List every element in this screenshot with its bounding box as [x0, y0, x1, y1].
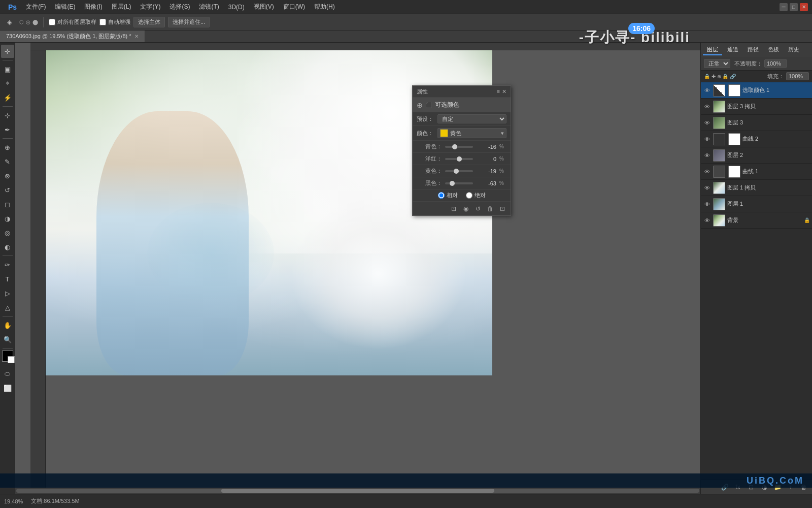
tab-channels[interactable]: 通道 [723, 45, 742, 55]
menu-layer[interactable]: 图层(L) [108, 2, 136, 12]
main-area: ✛ ▣ ⌖ ⚡ ⊹ ✒ ⊕ ✎ ⊗ ↺ ◻ ◑ ◎ ◐ ✑ T ▷ △ ✋ 🔍 … [0, 43, 812, 494]
canvas-area: 属性 ≡ ✕ ⊕ ⬛ 可选颜色 预设： 自定 颜色： [15, 43, 700, 494]
blend-mode-select[interactable]: 正常 [704, 59, 730, 68]
background-color[interactable] [8, 356, 15, 363]
menu-view[interactable]: 视图(V) [250, 2, 278, 12]
absolute-option[interactable]: 绝对 [466, 192, 486, 199]
tool-blur[interactable]: ◎ [1, 226, 14, 239]
prop-close-icon[interactable]: ✕ [502, 88, 506, 95]
tab-layers[interactable]: 图层 [703, 45, 722, 55]
opacity-input[interactable] [764, 59, 787, 68]
menu-window[interactable]: 窗口(W) [279, 2, 309, 12]
time-badge: 16:06 [628, 23, 655, 34]
layer-eye-3copy[interactable]: 👁 [703, 103, 711, 111]
close-button[interactable]: ✕ [800, 3, 808, 11]
fill-input[interactable] [786, 72, 809, 80]
tool-path-select[interactable]: ▷ [1, 287, 14, 300]
menu-help[interactable]: 帮助(H) [310, 2, 339, 12]
horizontal-scrollbar[interactable] [15, 488, 700, 494]
tool-lasso[interactable]: ⌖ [1, 77, 14, 90]
layer-item-2[interactable]: 👁 图层 2 [701, 147, 812, 164]
layer-item-1[interactable]: 👁 图层 1 [701, 196, 812, 212]
menu-image[interactable]: 图像(I) [80, 2, 106, 12]
doc-size: 文档:86.1M/533.5M [31, 497, 79, 505]
tool-shape[interactable]: △ [1, 301, 14, 314]
expand-btn[interactable]: ⊡ [497, 204, 507, 214]
toolbar-tool-select[interactable]: ◈ [3, 16, 16, 29]
reset-btn[interactable]: ↺ [473, 204, 483, 214]
layer-eye-1[interactable]: 👁 [703, 200, 711, 208]
layer-eye-3[interactable]: 👁 [703, 119, 711, 127]
menu-filter[interactable]: 滤镜(T) [195, 2, 223, 12]
layer-eye-curves1[interactable]: 👁 [703, 168, 711, 176]
layer-eye-background[interactable]: 👁 [703, 216, 711, 225]
tool-eyedropper[interactable]: ✒ [1, 123, 14, 136]
tool-pen[interactable]: ✑ [1, 258, 14, 271]
cyan-thumb[interactable] [452, 144, 457, 149]
menu-3d[interactable]: 3D(D) [224, 3, 249, 12]
auto-enhance-check[interactable]: 自动增强 [99, 18, 130, 26]
menu-edit[interactable]: 编辑(E) [51, 2, 79, 12]
tool-healing[interactable]: ⊕ [1, 141, 14, 154]
select-subject-button[interactable]: 选择主体 [133, 17, 165, 27]
layer-item-selective-color[interactable]: 👁 选取颜色 1 [701, 82, 812, 99]
minimize-button[interactable]: ─ [780, 3, 788, 11]
yellow-thumb[interactable] [454, 169, 459, 174]
preset-select[interactable]: 自定 [437, 114, 506, 123]
yellow-slider[interactable] [445, 170, 473, 172]
tool-marquee[interactable]: ▣ [1, 62, 14, 76]
visibility-btn[interactable]: ◉ [461, 204, 471, 214]
tool-brush[interactable]: ✎ [1, 155, 14, 168]
layer-mask-curves2 [728, 133, 740, 145]
layer-item-1copy[interactable]: 👁 图层 1 拷贝 [701, 180, 812, 196]
tool-zoom[interactable]: 🔍 [1, 333, 14, 346]
layer-item-curves1[interactable]: 👁 曲线 1 [701, 164, 812, 180]
relative-option[interactable]: 相对 [438, 192, 458, 199]
magenta-thumb[interactable] [457, 156, 462, 162]
scrollbar-thumb[interactable] [221, 489, 494, 493]
prop-expand-icon[interactable]: ≡ [497, 88, 500, 95]
magenta-slider[interactable] [445, 158, 473, 160]
scrollbar-track[interactable] [16, 489, 699, 493]
menu-text[interactable]: 文字(Y) [136, 2, 164, 12]
layer-item-background[interactable]: 👁 背景 🔒 [701, 212, 812, 229]
clip-to-layer-btn[interactable]: ⊡ [449, 204, 459, 214]
layer-item-curves2[interactable]: 👁 曲线 2 [701, 131, 812, 147]
foreground-color[interactable] [2, 351, 13, 362]
tab-paths[interactable]: 路径 [743, 45, 763, 55]
document-tab[interactable]: 730A0603.jpg @ 19.5% (透取颜色 1, 图层蒙版/8) * … [0, 30, 145, 42]
color-select[interactable]: 黄色 ▾ [437, 128, 506, 138]
tool-text[interactable]: T [1, 272, 14, 285]
tab-color[interactable]: 色板 [764, 45, 783, 55]
black-row: 黑色： -63 % [413, 177, 511, 189]
layer-item-3[interactable]: 👁 图层 3 [701, 115, 812, 131]
tool-crop[interactable]: ⊹ [1, 109, 14, 122]
layer-item-3copy[interactable]: 👁 图层 3 拷贝 [701, 99, 812, 115]
tool-hand[interactable]: ✋ [1, 319, 14, 332]
tab-history[interactable]: 历史 [784, 45, 803, 55]
tool-screen-mode[interactable]: ⬜ [1, 382, 14, 395]
menu-select[interactable]: 选择(S) [165, 2, 194, 12]
black-slider[interactable] [445, 182, 473, 184]
delete-btn[interactable]: 🗑 [485, 204, 495, 214]
tool-magic-wand[interactable]: ⚡ [1, 91, 14, 104]
tool-eraser[interactable]: ◻ [1, 198, 14, 211]
tool-mask-mode[interactable]: ⬭ [1, 367, 14, 380]
tool-move[interactable]: ✛ [1, 45, 14, 58]
select-focus-button[interactable]: 选择并遮住... [168, 17, 210, 27]
layer-eye-curves2[interactable]: 👁 [703, 135, 711, 143]
layer-eye-2[interactable]: 👁 [703, 151, 711, 160]
tool-gradient[interactable]: ◑ [1, 212, 14, 225]
select-all-layers-check[interactable]: 对所有图层取样 [49, 18, 96, 26]
menu-file[interactable]: 文件(F) [22, 2, 50, 12]
tool-stamp[interactable]: ⊗ [1, 169, 14, 182]
maximize-button[interactable]: □ [790, 3, 798, 11]
tool-history-brush[interactable]: ↺ [1, 183, 14, 197]
layer-eye-1copy[interactable]: 👁 [703, 184, 711, 192]
black-thumb[interactable] [450, 181, 455, 186]
tool-dodge[interactable]: ◐ [1, 240, 14, 253]
doc-tab-close[interactable]: ✕ [134, 34, 139, 39]
layer-eye-selective-color[interactable]: 👁 [703, 86, 711, 94]
cyan-slider[interactable] [445, 146, 473, 148]
magenta-value: 0 [476, 156, 496, 162]
